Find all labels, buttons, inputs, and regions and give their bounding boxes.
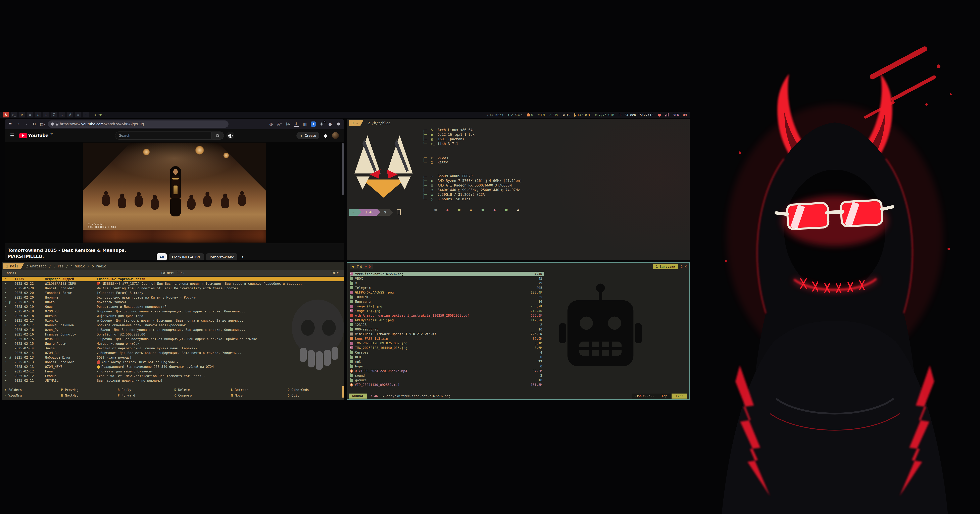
hotkey-reply[interactable]: R Reply [118, 387, 174, 393]
search-input[interactable] [119, 134, 208, 138]
youtube-logo[interactable]: YouTube RU [19, 133, 53, 138]
settings-gear-icon[interactable]: ✱ [336, 122, 341, 126]
page-url[interactable]: https://www.youtube.com/watch?v=5b8A-jgx… [60, 122, 144, 126]
file-row[interactable]: 1231132 [350, 323, 544, 327]
mail-row[interactable]: •2025-02-12Гала- Клиенты для вашего бизн… [2, 369, 344, 374]
mail-window[interactable]: 1 mail2 whatsapp/3 rss/4 music/5 radio n… [2, 262, 344, 400]
file-row[interactable]: image (8).jpg212,4K [350, 309, 544, 313]
mail-row[interactable]: 2025-02-13OZON_NEWSПоздравляем! Вам начи… [2, 364, 344, 369]
filter-chip[interactable]: Tomorrowland [206, 253, 237, 260]
hotkey-forward[interactable]: F Forward [118, 393, 174, 398]
file-row[interactable]: oth_A_ardor-gaming-wakizashi_instrukcia_… [350, 313, 544, 318]
search-box[interactable] [115, 132, 212, 140]
pin-icon[interactable]: ◆ [35, 112, 41, 118]
mail-row[interactable]: •2025-02-13Лебедева ЮлияSOS! Нужна помощ… [2, 355, 344, 360]
file-row[interactable]: Q_VIDEO_20241220_085546.mp497,2M [350, 369, 544, 373]
hash-icon[interactable]: # [67, 112, 73, 118]
bookmark-icon[interactable]: ⚐▾ [285, 122, 291, 126]
mail-row[interactable]: •2025-02-19Ольгаприведем заказы [2, 300, 344, 304]
hotkey-quit[interactable]: Q Quit [288, 393, 344, 398]
tab-5-radio[interactable]: 5 radio [90, 263, 108, 269]
hotkey-compose[interactable]: C Compose [174, 393, 231, 398]
mail-row[interactable]: •2025-02-13Daniel ShnaiderYour Warmy Too… [2, 360, 344, 364]
hotkey-prevmsg[interactable]: P PrevMsg [61, 387, 118, 393]
library-icon[interactable]: ▥ [302, 122, 307, 126]
mail-row[interactable]: 2025-02-14ЭльзаРеклама от первого лица, … [2, 346, 344, 350]
hotkey-folders[interactable]: < Folders [5, 387, 61, 393]
hotkey-othercmds[interactable]: O OtherCmds [288, 387, 344, 393]
forward-icon[interactable]: › [24, 122, 29, 126]
tab-2-whatsapp[interactable]: 2 whatsapp [24, 263, 48, 269]
file-row[interactable]: image (17).jpg236,7K [350, 304, 544, 309]
pulse-icon[interactable]: ~ [83, 112, 89, 118]
search-button[interactable] [212, 132, 224, 140]
file-row[interactable]: OLD0 [350, 355, 544, 360]
hotkey-refresh[interactable]: L Refresh [231, 387, 288, 393]
extension-blue-icon[interactable]: ❖ [311, 121, 316, 127]
hotkey-move[interactable]: M Move [231, 393, 288, 398]
mail-row[interactable]: •2025-02-19ЮлияРегистрация и Ликвидация … [2, 304, 344, 309]
file-row[interactable]: gomuks10 [350, 378, 544, 382]
create-button[interactable]: ＋Create [296, 132, 319, 139]
video-frame[interactable]: DJ's Soundbolt STL RECORDS & MIX [83, 143, 266, 243]
file-row[interactable]: VID_20241130_092551.mp4151,3M [350, 382, 544, 387]
youtube-menu-icon[interactable]: ☰ [10, 133, 14, 138]
mail-row[interactable]: 2025-02-14OZON_RU✓Внимание! Для Вас есть… [2, 350, 344, 355]
mail-row[interactable]: •2025-02-15OzOn_RU!Срочно! Для Вас посту… [2, 337, 344, 341]
mail-row[interactable]: •2025-02-20Daniel ShnaiderWe Are Breakin… [2, 286, 344, 291]
download-icon[interactable]: ↓ [294, 121, 299, 127]
reload-icon[interactable]: ↻ [32, 122, 37, 126]
mail-row[interactable]: •2025-02-20НеонилаЭкспресс-доставка груз… [2, 295, 344, 300]
tab-2-h-z-blog[interactable]: 2 /h/z/blog [364, 120, 394, 126]
files-icon[interactable]: ▤ [27, 112, 33, 118]
mail-row[interactable]: 2025-02-16Ozon_Py!Важно! Для Вас поступи… [2, 328, 344, 332]
list-icon[interactable]: ≡ [75, 112, 81, 118]
mail-row[interactable]: •2025-02-17Даниил СотниковБольшое обновл… [2, 323, 344, 328]
avatar[interactable] [332, 132, 339, 139]
mail-row[interactable]: •2025-02-22WILDBERRIES-INFO(ИЗВЕЩЕНИЕ #7… [2, 281, 344, 286]
tab-4-music[interactable]: 4 music [68, 263, 87, 269]
voice-search-button[interactable] [226, 132, 234, 140]
tab-1-mail[interactable]: 1 mail [3, 263, 24, 269]
hotkey-delete[interactable]: D Delete [174, 387, 231, 393]
file-row[interactable]: IMG_20250128_091825_007.jpg5,1M [350, 341, 544, 345]
back-icon[interactable]: ‹ [16, 122, 21, 126]
file-row[interactable]: Пингвины16 [350, 299, 544, 304]
arch-icon[interactable]: Λ [3, 112, 9, 118]
notifications-bell-icon[interactable] [324, 134, 327, 137]
url-bar[interactable]: https://www.youtube.com/watch?v=5b8A-jgx… [48, 121, 229, 128]
mail-row[interactable]: •2025-02-18OZON_RU⊠Срочно! Для Вас посту… [2, 309, 344, 313]
windows-icon[interactable]: ❖ [43, 112, 49, 118]
chips-more-icon[interactable]: › [242, 254, 244, 260]
hotkey-nextmsg[interactable]: N NextMsg [61, 393, 118, 398]
file-row[interactable]: mp377 [350, 360, 544, 364]
mail-row[interactable]: •2025-02-12ExodusExodus Wallet: New Veri… [2, 374, 344, 378]
translate-icon[interactable]: A⁺ [277, 122, 282, 126]
file-row[interactable]: Cursors4 [350, 350, 544, 355]
mail-row[interactable]: •2025-02-20YunoHost Forum[YunoHost Forum… [2, 291, 344, 295]
shell-prompt[interactable]: ~ 1.46 $ [349, 209, 401, 216]
file-row[interactable]: Буря0 [350, 364, 544, 369]
reader-view-icon[interactable]: ▤▾ [40, 122, 45, 126]
hotkey-viewmsg[interactable]: > ViewMsg [5, 393, 61, 398]
filter-chip[interactable]: All [157, 253, 167, 260]
video-player[interactable]: DJ's Soundbolt STL RECORDS & MIX [5, 142, 344, 243]
file-row[interactable]: GkC0yLaXgAAP-H2.jpeg112,2K [350, 318, 544, 323]
tab-1-[interactable]: 1 ~ [349, 120, 363, 126]
tab-3-rss[interactable]: 3 rss [51, 263, 66, 269]
mail-row[interactable]: •14:35Медведев АндрейГлобальные торговые… [2, 277, 344, 281]
file-row[interactable]: VBOX45 [350, 276, 544, 281]
rss-icon[interactable]: ◍ [269, 122, 274, 126]
mail-scrollbar[interactable] [342, 386, 344, 398]
menu-icon[interactable]: ≡ [8, 122, 13, 126]
file-row[interactable]: free-icon-bot-7167276.png7,4K [350, 272, 544, 276]
file-row[interactable]: X79 [350, 281, 544, 285]
file-row[interactable]: sound2 [350, 373, 544, 378]
terminal-window[interactable]: 1 ~2 /h/z/blog ╭─ΛArch Linux x86_64├─●6.… [347, 119, 690, 260]
filter-chip[interactable]: From iNEGATIVE [169, 253, 204, 260]
mail-row[interactable]: •2025-02-15Идите ЛесомЧетыре истории о л… [2, 341, 344, 346]
file-row[interactable]: Lens-FREE-1.3.zip32,9M [350, 336, 544, 341]
account-icon[interactable]: ● [328, 122, 333, 126]
fm-tab-2-X[interactable]: 2 X [681, 265, 687, 269]
terminal-icon[interactable]: >_ [11, 112, 17, 118]
